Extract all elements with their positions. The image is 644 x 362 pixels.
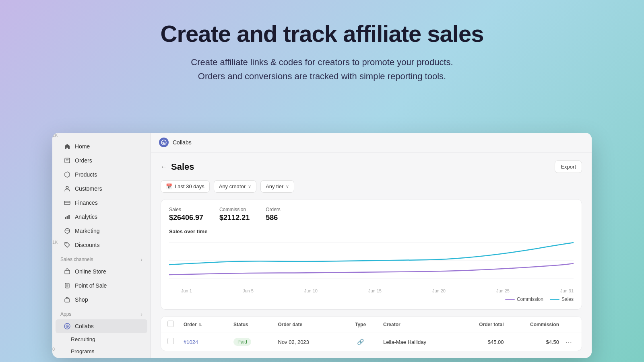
chart-content: Jun 1 Jun 5 Jun 10 Jun 15 Jun 20 Jun 25 …: [169, 239, 574, 293]
status-badge: Paid: [233, 338, 251, 346]
cell-total: $45.00: [452, 339, 507, 345]
sidebar-item-connections[interactable]: Connections: [56, 358, 147, 358]
sidebar-label-home: Home: [75, 143, 90, 150]
order-sort-icon: ⇅: [198, 323, 202, 327]
svg-rect-5: [68, 215, 70, 219]
sidebar-label-shop: Shop: [75, 296, 88, 303]
stat-orders-label: Orders: [266, 207, 281, 212]
content-area: ← Sales Export 📅 Last 30 days Any creato…: [151, 152, 592, 358]
cell-date: Nov 02, 2023: [275, 339, 341, 345]
table-col-type: Type: [341, 322, 380, 327]
back-button[interactable]: ←: [161, 163, 167, 171]
row-actions-button[interactable]: ⋯: [566, 339, 572, 346]
sidebar: Home Orders Products: [52, 133, 151, 358]
cell-order[interactable]: #1024: [180, 339, 230, 345]
table-col-total: Order total: [452, 322, 507, 327]
sidebar-item-home[interactable]: Home: [56, 140, 147, 153]
sidebar-item-finances[interactable]: Finances: [56, 196, 147, 210]
link-type-icon: 🔗: [357, 339, 364, 345]
sidebar-label-analytics: Analytics: [75, 214, 97, 220]
discounts-icon: [64, 241, 71, 249]
select-all-checkbox[interactable]: [167, 321, 174, 327]
cell-status: Paid: [230, 338, 275, 346]
svg-point-7: [66, 243, 66, 244]
app-window: Home Orders Products: [52, 133, 592, 358]
sidebar-label-pos: Point of Sale: [75, 282, 107, 289]
sidebar-label-customers: Customers: [75, 185, 102, 192]
hero-title: Create and track affiliate sales: [8, 20, 636, 47]
cell-commission: $4.50: [507, 339, 563, 345]
calendar-icon: 📅: [166, 183, 172, 189]
sidebar-item-products[interactable]: Products: [56, 168, 147, 181]
apps-chevron[interactable]: ›: [140, 311, 142, 317]
page-title-row: ← Sales: [161, 162, 194, 172]
chart-svg: [169, 239, 574, 287]
cell-actions: ⋯: [562, 338, 575, 346]
online-store-icon: [64, 268, 71, 275]
stat-commission-value: $2112.21: [219, 214, 250, 222]
sidebar-item-collabs[interactable]: Collabs: [56, 319, 147, 333]
chart-title: Sales over time: [169, 228, 574, 234]
stat-orders-value: 586: [266, 214, 281, 222]
chart-x-labels: Jun 1 Jun 5 Jun 10 Jun 15 Jun 20 Jun 25 …: [169, 288, 574, 293]
sales-legend-line: [550, 299, 559, 300]
stats-row: Sales $26406.97 Commission $2112.21 Orde…: [169, 207, 574, 222]
stat-sales-value: $26406.97: [169, 214, 203, 222]
sidebar-item-shop[interactable]: Shop: [56, 293, 147, 306]
stat-commission: Commission $2112.21: [219, 207, 250, 222]
finances-icon: [64, 199, 71, 206]
svg-point-15: [163, 142, 164, 143]
stat-sales: Sales $26406.97: [169, 207, 203, 222]
tier-filter-chevron: ∨: [286, 184, 289, 189]
svg-rect-10: [66, 284, 68, 286]
orders-icon: [64, 157, 71, 164]
collabs-icon: [64, 323, 71, 330]
commission-legend-line: [505, 299, 515, 300]
top-bar: Collabs: [151, 133, 592, 152]
stat-commission-label: Commission: [219, 207, 250, 212]
row-checkbox[interactable]: [167, 338, 174, 344]
svg-rect-8: [65, 270, 70, 274]
sidebar-item-pos[interactable]: Point of Sale: [56, 279, 147, 292]
svg-rect-0: [65, 158, 70, 163]
date-range-filter[interactable]: 📅 Last 30 days: [161, 180, 210, 193]
table-col-order[interactable]: Order ⇅: [180, 322, 230, 327]
pos-icon: [64, 282, 71, 289]
table-row: #1024 Paid Nov 02, 2023 🔗 Lella-Mae Hall…: [161, 333, 582, 351]
cell-creator: Lella-Mae Halliday: [380, 339, 452, 345]
sidebar-label-collabs: Collabs: [75, 323, 94, 329]
sidebar-item-orders[interactable]: Orders: [56, 154, 147, 167]
sidebar-item-online-store[interactable]: Online Store: [56, 265, 147, 278]
table-header-check: [167, 321, 180, 329]
sales-legend-label: Sales: [561, 296, 574, 302]
stats-card: Sales $26406.97 Commission $2112.21 Orde…: [161, 199, 582, 310]
sidebar-label-finances: Finances: [75, 200, 98, 206]
page-title: Sales: [171, 162, 194, 172]
sales-channels-chevron[interactable]: ›: [140, 256, 142, 263]
cell-type: 🔗: [341, 339, 380, 345]
sidebar-item-analytics[interactable]: Analytics: [56, 210, 147, 224]
chart-wrapper: 2K 1K 0: [169, 239, 574, 293]
stat-sales-label: Sales: [169, 207, 203, 212]
table-col-commission: Commission: [507, 322, 563, 327]
export-button[interactable]: Export: [555, 160, 582, 173]
chart-legend: Commission Sales: [169, 296, 574, 302]
svg-rect-2: [64, 201, 70, 205]
main-content: Collabs ← Sales Export 📅 Last 30 days An…: [151, 133, 592, 358]
sidebar-item-programs[interactable]: Programs: [56, 346, 147, 357]
svg-point-1: [66, 186, 68, 189]
table-header-row: Order ⇅ Status Order date Type Creator: [161, 317, 582, 333]
sidebar-item-recruiting[interactable]: Recruiting: [56, 333, 147, 345]
creator-filter[interactable]: Any creator ∨: [214, 180, 256, 193]
analytics-icon: [64, 213, 71, 220]
row-checkbox-container: [167, 338, 180, 346]
page-header: ← Sales Export: [161, 160, 582, 173]
tier-filter[interactable]: Any tier ∨: [260, 180, 294, 193]
sidebar-item-discounts[interactable]: Discounts: [56, 238, 147, 252]
collabs-app-logo: [159, 138, 169, 147]
sidebar-item-customers[interactable]: Customers: [56, 182, 147, 195]
svg-rect-3: [65, 217, 66, 219]
sidebar-item-marketing[interactable]: Marketing: [56, 224, 147, 238]
sidebar-label-orders: Orders: [75, 157, 92, 164]
hero-subtitle: Create affiliate links & codes for creat…: [8, 55, 636, 83]
